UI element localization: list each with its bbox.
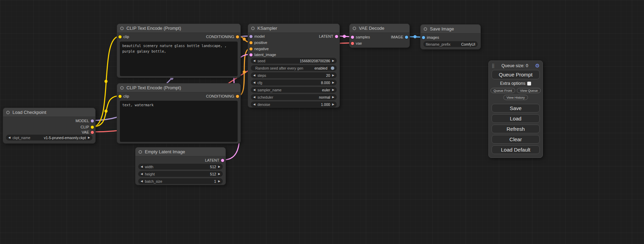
model-input-slot[interactable]: model — [249, 34, 265, 39]
denoise-widget[interactable]: ◀ denoise 1.000 ▶ — [251, 101, 337, 107]
collapse-dot-icon[interactable] — [424, 27, 427, 31]
cfg-widget[interactable]: ◀ cfg 8.000 ▶ — [251, 80, 337, 85]
node-load-checkpoint[interactable]: Load Checkpoint MODEL CLIP VAE ◀ ckpt_na… — [3, 108, 96, 144]
positive-input-dot[interactable] — [249, 41, 253, 44]
view-history-button[interactable]: View History — [503, 95, 528, 100]
decrement-arrow-icon[interactable]: ◀ — [8, 136, 10, 139]
model-input-dot[interactable] — [249, 35, 253, 38]
steps-widget[interactable]: ◀ steps 20 ▶ — [251, 72, 337, 78]
collapse-dot-icon[interactable] — [251, 27, 255, 30]
increment-arrow-icon[interactable]: ▶ — [332, 103, 334, 106]
toggle-dot-icon[interactable] — [331, 66, 334, 70]
sampler-name-widget[interactable]: ◀ sampler_name euler ▶ — [251, 87, 337, 93]
clip-input-dot[interactable] — [118, 35, 122, 38]
vae-output-dot[interactable] — [91, 131, 94, 134]
node-title-bar[interactable]: KSampler — [248, 24, 339, 33]
decrement-arrow-icon[interactable]: ◀ — [253, 60, 255, 62]
node-title-bar[interactable]: Save Image — [421, 25, 480, 34]
vae-input-slot[interactable]: vae — [351, 40, 362, 46]
decrement-arrow-icon[interactable]: ◀ — [141, 180, 143, 183]
node-save-image[interactable]: Save Image images filename_prefix ComfyU… — [420, 24, 481, 49]
images-input-dot[interactable] — [422, 36, 425, 39]
increment-arrow-icon[interactable]: ▶ — [332, 89, 334, 91]
increment-arrow-icon[interactable]: ▶ — [218, 180, 220, 183]
seed-widget[interactable]: ◀ seed 156680208700286 ▶ — [251, 58, 337, 64]
graph-canvas[interactable]: Load Checkpoint MODEL CLIP VAE ◀ ckpt_na… — [0, 0, 644, 244]
negative-prompt-textarea[interactable]: text, watermark — [120, 101, 238, 142]
node-title-bar[interactable]: Load Checkpoint — [3, 108, 95, 117]
latent-output-slot[interactable]: LATENT — [319, 34, 338, 39]
settings-gear-icon[interactable]: ⚙ — [535, 63, 540, 68]
collapse-dot-icon[interactable] — [120, 86, 124, 90]
refresh-button[interactable]: Refresh — [492, 125, 540, 133]
decrement-arrow-icon[interactable]: ◀ — [253, 103, 255, 106]
image-output-slot[interactable]: IMAGE — [391, 34, 408, 40]
drag-handle-icon[interactable]: ⣿ — [492, 63, 495, 68]
conditioning-output-dot[interactable] — [236, 95, 239, 98]
decrement-arrow-icon[interactable]: ◀ — [253, 74, 255, 77]
random-seed-toggle-widget[interactable]: Random seed after every gen enabled — [251, 65, 337, 71]
vae-output-slot[interactable]: VAE — [82, 129, 94, 135]
node-ksampler[interactable]: KSampler model positive negative latent_… — [248, 24, 340, 108]
vae-input-dot[interactable] — [351, 42, 354, 45]
decrement-arrow-icon[interactable]: ◀ — [253, 89, 255, 91]
increment-arrow-icon[interactable]: ▶ — [88, 136, 90, 139]
latent-output-dot[interactable] — [335, 35, 338, 38]
decrement-arrow-icon[interactable]: ◀ — [141, 173, 143, 175]
images-input-slot[interactable]: images — [422, 35, 439, 40]
view-queue-button[interactable]: View Queue — [517, 88, 541, 93]
negative-input-slot[interactable]: negative — [249, 46, 269, 52]
model-output-slot[interactable]: MODEL — [76, 118, 94, 124]
node-clip-text-encode-negative[interactable]: CLIP Text Encode (Prompt) clip CONDITION… — [117, 83, 241, 144]
conditioning-output-dot[interactable] — [236, 35, 239, 38]
samples-input-slot[interactable]: samples — [351, 34, 370, 40]
clear-button[interactable]: Clear — [492, 135, 540, 144]
clip-input-dot[interactable] — [118, 95, 122, 98]
save-button[interactable]: Save — [492, 104, 540, 112]
conditioning-output-slot[interactable]: CONDITIONING — [206, 93, 239, 99]
node-clip-text-encode-positive[interactable]: CLIP Text Encode (Prompt) clip CONDITION… — [117, 24, 241, 78]
scheduler-widget[interactable]: ◀ scheduler normal ▶ — [251, 94, 337, 100]
node-title-bar[interactable]: VAE Decode — [350, 24, 409, 33]
queue-front-button[interactable]: Queue Front — [491, 88, 515, 93]
node-empty-latent-image[interactable]: Empty Latent Image LATENT ◀ width 512 ▶ … — [135, 147, 226, 185]
increment-arrow-icon[interactable]: ▶ — [332, 81, 334, 84]
positive-prompt-textarea[interactable]: beautiful scenery nature glass bottle la… — [120, 42, 238, 76]
clip-input-slot[interactable]: clip — [118, 34, 129, 39]
increment-arrow-icon[interactable]: ▶ — [218, 165, 220, 168]
node-title-bar[interactable]: CLIP Text Encode (Prompt) — [117, 83, 240, 92]
latent-image-input-dot[interactable] — [249, 53, 253, 56]
collapse-dot-icon[interactable] — [120, 27, 124, 30]
load-default-button[interactable]: Load Default — [492, 145, 540, 154]
ckpt-name-widget[interactable]: ◀ ckpt_name v1-5-pruned-emaonly.ckpt ▶ — [6, 135, 92, 141]
load-button[interactable]: Load — [492, 114, 540, 123]
increment-arrow-icon[interactable]: ▶ — [218, 173, 220, 175]
latent-image-input-slot[interactable]: latent_image — [249, 52, 276, 57]
negative-input-dot[interactable] — [249, 47, 253, 51]
image-output-dot[interactable] — [405, 36, 408, 39]
decrement-arrow-icon[interactable]: ◀ — [141, 165, 143, 168]
height-widget[interactable]: ◀ height 512 ▶ — [138, 171, 223, 177]
samples-input-dot[interactable] — [351, 36, 354, 39]
filename-prefix-widget[interactable]: filename_prefix ComfyUI — [423, 41, 478, 47]
extra-options-checkbox[interactable] — [527, 82, 531, 85]
increment-arrow-icon[interactable]: ▶ — [332, 96, 334, 99]
clip-input-slot[interactable]: clip — [118, 93, 129, 99]
width-widget[interactable]: ◀ width 512 ▶ — [138, 164, 223, 170]
decrement-arrow-icon[interactable]: ◀ — [253, 81, 255, 84]
node-title-bar[interactable]: CLIP Text Encode (Prompt) — [117, 24, 240, 33]
collapse-dot-icon[interactable] — [139, 150, 142, 154]
conditioning-output-slot[interactable]: CONDITIONING — [206, 34, 239, 39]
increment-arrow-icon[interactable]: ▶ — [332, 74, 334, 77]
node-vae-decode[interactable]: VAE Decode samples vae IMAGE — [349, 24, 410, 48]
batch-size-widget[interactable]: ◀ batch_size 1 ▶ — [138, 178, 223, 184]
increment-arrow-icon[interactable]: ▶ — [332, 60, 334, 62]
model-output-dot[interactable] — [91, 119, 94, 123]
clip-output-slot[interactable]: CLIP — [81, 124, 94, 130]
queue-prompt-button[interactable]: Queue Prompt — [492, 70, 540, 79]
positive-input-slot[interactable]: positive — [249, 40, 267, 45]
collapse-dot-icon[interactable] — [353, 27, 356, 30]
latent-output-slot[interactable]: LATENT — [205, 157, 224, 163]
node-title-bar[interactable]: Empty Latent Image — [135, 147, 226, 156]
decrement-arrow-icon[interactable]: ◀ — [253, 96, 255, 99]
